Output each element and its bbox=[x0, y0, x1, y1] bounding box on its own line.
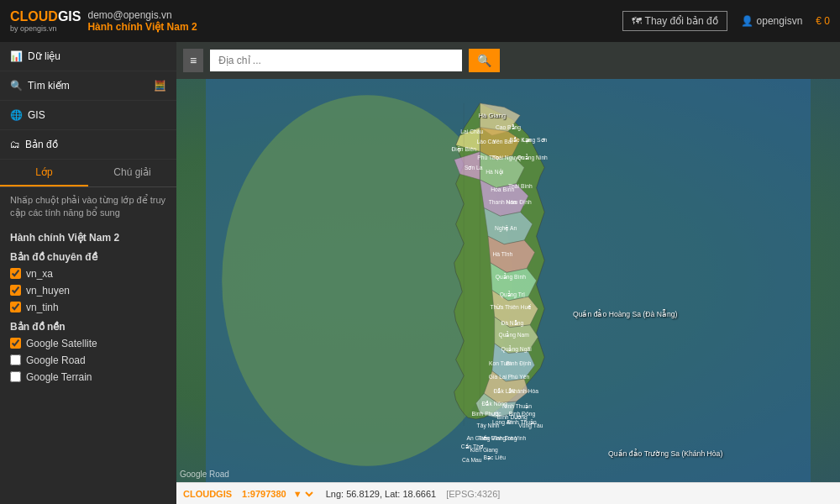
svg-text:Thừa Thiên Huế: Thừa Thiên Huế bbox=[491, 304, 533, 310]
layer-hint: Nhấp chuột phải vào từng lớp để truy cập… bbox=[0, 187, 176, 227]
sidebar-search-label: Tìm kiếm bbox=[28, 80, 70, 92]
database-icon: 📊 bbox=[10, 50, 23, 62]
menu-button[interactable]: ≡ bbox=[183, 49, 203, 72]
svg-text:Quảng Trị: Quảng Trị bbox=[500, 291, 525, 298]
sidebar-data-label: Dữ liệu bbox=[28, 50, 60, 62]
sidebar-item-search[interactable]: 🔍 Tìm kiếm 🧮 bbox=[0, 71, 176, 101]
svg-text:Khánh Hòa: Khánh Hòa bbox=[510, 388, 538, 394]
svg-text:Điện Biên: Điện Biên bbox=[451, 146, 476, 153]
tab-layers[interactable]: Lớp bbox=[0, 160, 88, 186]
map-background[interactable]: Hà Giang Cao Bằng Lai Châu Lào Cai Yên B… bbox=[176, 42, 840, 504]
epsg-display: [EPSG:4326] bbox=[446, 489, 500, 499]
map-toolbar: ≡ 🔍 bbox=[176, 42, 840, 79]
address-input[interactable] bbox=[210, 50, 462, 71]
svg-text:Hà Nội: Hà Nội bbox=[486, 169, 503, 176]
google-attribution: Google Road bbox=[180, 470, 229, 479]
svg-text:Cao Bằng: Cao Bằng bbox=[496, 124, 521, 131]
sidebar-gis-label: GIS bbox=[28, 109, 45, 121]
checkbox-vn-tinh[interactable] bbox=[10, 302, 21, 312]
coins-display: € 0 bbox=[816, 15, 830, 27]
svg-text:Hà Tĩnh: Hà Tĩnh bbox=[492, 251, 512, 257]
cloudgis-logo-small: CLOUDGIS bbox=[183, 489, 232, 499]
header: CLOUDGIS by opengis.vn demo@opengis.vn H… bbox=[0, 0, 840, 42]
svg-text:Ninh Thuận: Ninh Thuận bbox=[502, 403, 532, 410]
svg-text:Gia Lai: Gia Lai bbox=[489, 374, 507, 380]
sidebar: 📊 Dữ liệu 🔍 Tìm kiếm 🧮 🌐 GIS 🗂 Bản đồ Lớ… bbox=[0, 42, 176, 504]
status-bar: CLOUDGIS 1:9797380 ▼ Lng: 56.8129, Lat: … bbox=[176, 482, 840, 504]
label-satellite[interactable]: Google Satellite bbox=[26, 338, 97, 349]
svg-text:Quảng Bình: Quảng Bình bbox=[496, 273, 526, 281]
logo-cloud: CLOUD bbox=[10, 9, 58, 24]
svg-text:Quảng Ninh: Quảng Ninh bbox=[517, 154, 548, 161]
checkbox-vn-huyen[interactable] bbox=[10, 285, 21, 296]
svg-text:Phú Yên: Phú Yên bbox=[508, 374, 530, 380]
main-area: 📊 Dữ liệu 🔍 Tìm kiếm 🧮 🌐 GIS 🗂 Bản đồ Lớ… bbox=[0, 42, 840, 504]
logo-area: CLOUDGIS by opengis.vn bbox=[10, 9, 81, 33]
header-title-area: demo@opengis.vn Hành chính Việt Nam 2 bbox=[87, 9, 197, 33]
svg-text:Lai Châu: Lai Châu bbox=[460, 129, 483, 134]
user-button[interactable]: 👤 opengisvn bbox=[741, 15, 803, 27]
svg-text:Sơn La: Sơn La bbox=[465, 165, 483, 171]
svg-text:Cà Mau: Cà Mau bbox=[462, 457, 482, 463]
sidebar-item-gis[interactable]: 🌐 GIS bbox=[0, 101, 176, 130]
map-icon: 🗺 bbox=[632, 15, 642, 27]
svg-text:Thái Bình: Thái Bình bbox=[508, 183, 533, 189]
basemap-terrain: Google Terrain bbox=[0, 369, 176, 386]
layer-vn-tinh: vn_tinh bbox=[0, 299, 176, 316]
svg-text:Nghệ An: Nghệ An bbox=[495, 225, 517, 232]
svg-text:Nam Định: Nam Định bbox=[506, 199, 532, 206]
sidebar-item-data[interactable]: 📊 Dữ liệu bbox=[0, 42, 176, 71]
change-map-label: Thay đổi bản đồ bbox=[645, 15, 718, 27]
search-icon: 🔍 bbox=[10, 80, 23, 92]
header-right: 🗺 Thay đổi bản đồ 👤 opengisvn € 0 bbox=[622, 11, 830, 31]
checkbox-satellite[interactable] bbox=[10, 338, 21, 349]
user-icon: 👤 bbox=[741, 15, 753, 27]
sidebar-map-label: Bản đồ bbox=[25, 139, 58, 150]
layer-vn-huyen: vn_huyen bbox=[0, 282, 176, 299]
svg-text:Trà Vinh: Trà Vinh bbox=[505, 435, 526, 441]
logo: CLOUDGIS by opengis.vn bbox=[10, 9, 81, 33]
svg-text:Lạng Sơn: Lạng Sơn bbox=[522, 137, 548, 144]
map-svg[interactable]: Hà Giang Cao Bằng Lai Châu Lào Cai Yên B… bbox=[176, 79, 840, 482]
layers-tabs: Lớp Chú giải bbox=[0, 160, 176, 187]
checkbox-vn-xa[interactable] bbox=[10, 268, 21, 279]
map-area: Hà Giang Cao Bằng Lai Châu Lào Cai Yên B… bbox=[176, 42, 840, 504]
change-map-button[interactable]: 🗺 Thay đổi bản đồ bbox=[622, 11, 727, 31]
label-terrain[interactable]: Google Terrain bbox=[26, 371, 92, 383]
cloudgis-logo-text: CLOUDGIS bbox=[183, 489, 232, 499]
svg-text:Quần đảo Hoàng Sa (Đà Nẵng): Quần đảo Hoàng Sa (Đà Nẵng) bbox=[573, 309, 678, 318]
search-button[interactable]: 🔍 bbox=[469, 49, 500, 72]
checkbox-terrain[interactable] bbox=[10, 371, 21, 382]
header-user-email: demo@opengis.vn bbox=[87, 9, 197, 21]
basemap-satellite: Google Satellite bbox=[0, 335, 176, 352]
header-subtitle: Hành chính Việt Nam 2 bbox=[87, 21, 197, 33]
label-vn-huyen[interactable]: vn_huyen bbox=[26, 285, 70, 297]
svg-text:Bình Định: Bình Định bbox=[506, 360, 531, 367]
coordinates-display: Lng: 56.8129, Lat: 18.6661 bbox=[326, 489, 437, 499]
label-road[interactable]: Google Road bbox=[26, 354, 86, 366]
checkbox-road[interactable] bbox=[10, 354, 21, 365]
svg-text:Vũng Tàu: Vũng Tàu bbox=[518, 423, 543, 429]
tab-legend[interactable]: Chú giải bbox=[88, 160, 176, 186]
calculator-icon: 🧮 bbox=[154, 80, 166, 92]
svg-text:Quảng Ngãi: Quảng Ngãi bbox=[501, 345, 533, 353]
svg-text:Kiên Giang: Kiên Giang bbox=[470, 447, 499, 454]
svg-text:Quần đảo Trường Sa (Khánh Hòa): Quần đảo Trường Sa (Khánh Hòa) bbox=[608, 449, 722, 458]
label-vn-xa[interactable]: vn_xa bbox=[26, 268, 53, 280]
layer-vn-xa: vn_xa bbox=[0, 265, 176, 282]
chude-title: Bản đồ chuyên đề bbox=[0, 246, 176, 265]
map-layer-icon: 🗂 bbox=[10, 139, 20, 150]
section-title: Hành chính Việt Nam 2 bbox=[0, 227, 176, 246]
logo-gis: GIS bbox=[58, 9, 81, 24]
user-label: opengisvn bbox=[757, 15, 803, 27]
svg-text:Quảng Nam: Quảng Nam bbox=[498, 331, 529, 339]
svg-text:Bình Đông: Bình Đông bbox=[508, 411, 535, 417]
gis-icon: 🌐 bbox=[10, 109, 23, 121]
basemap-road: Google Road bbox=[0, 352, 176, 369]
svg-text:Hà Giang: Hà Giang bbox=[479, 112, 506, 119]
scale-info: 1:9797380 ▼ bbox=[242, 488, 316, 500]
label-vn-tinh[interactable]: vn_tinh bbox=[26, 302, 59, 313]
sidebar-item-map[interactable]: 🗂 Bản đồ bbox=[0, 130, 176, 160]
scale-dropdown[interactable]: ▼ bbox=[290, 488, 316, 500]
basen-title: Bản đồ nền bbox=[0, 316, 176, 335]
